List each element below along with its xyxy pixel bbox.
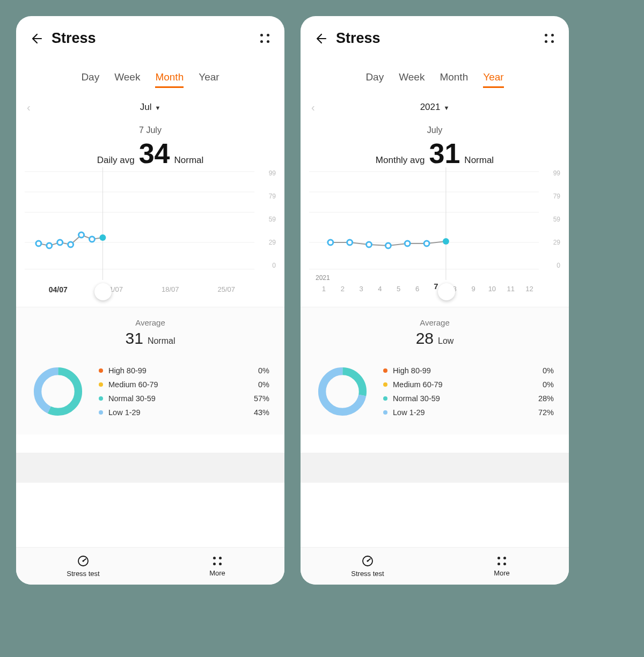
back-arrow-icon[interactable] xyxy=(29,32,43,46)
average-block: Average 28 Low xyxy=(301,307,569,355)
dot-icon xyxy=(383,410,387,415)
spacer xyxy=(16,453,284,483)
tab-month[interactable]: Month xyxy=(155,71,184,88)
header: Stress xyxy=(16,16,284,54)
dot-icon xyxy=(99,410,103,415)
tab-year[interactable]: Year xyxy=(483,71,503,88)
metric-value: 31 xyxy=(429,139,460,167)
legend-row-high: High 80-99 0% xyxy=(99,366,269,375)
tab-week[interactable]: Week xyxy=(114,71,140,88)
dot-icon xyxy=(99,396,103,401)
svg-point-9 xyxy=(68,242,74,247)
header: Stress xyxy=(301,16,569,54)
distribution-legend: High 80-99 0% Medium 60-79 0% Normal 30-… xyxy=(383,366,554,417)
selected-date: July xyxy=(301,126,569,135)
menu-icon[interactable] xyxy=(258,32,272,46)
svg-point-18 xyxy=(82,560,84,562)
gauge-icon xyxy=(361,555,374,567)
page-title: Stress xyxy=(52,30,258,47)
legend-row-medium: Medium 60-79 0% xyxy=(383,380,554,389)
legend-row-normal: Normal 30-59 28% xyxy=(383,394,554,403)
screen-month: Stress Day Week Month Year ‹ Jul▼ 7 July… xyxy=(16,16,284,585)
metric-status: Normal xyxy=(464,155,494,166)
svg-point-10 xyxy=(79,232,84,238)
page-title: Stress xyxy=(336,30,542,47)
legend-row-low: Low 1-29 43% xyxy=(99,408,269,417)
tab-week[interactable]: Week xyxy=(399,71,425,88)
svg-point-12 xyxy=(99,234,106,241)
average-value: 28 xyxy=(416,329,434,348)
more-icon xyxy=(496,555,508,567)
dot-icon xyxy=(99,382,103,387)
metric-value: 34 xyxy=(139,139,170,167)
screen-year: Stress Day Week Month Year ‹ 2021▼ July … xyxy=(301,16,569,585)
tab-day[interactable]: Day xyxy=(81,71,99,88)
headline-metric: Daily avg 34 Normal xyxy=(16,139,284,167)
period-selector[interactable]: 2021▼ xyxy=(420,102,450,113)
selected-date: 7 July xyxy=(16,126,284,135)
tab-month[interactable]: Month xyxy=(440,71,468,88)
svg-point-29 xyxy=(405,241,410,246)
distribution-block: High 80-99 0% Medium 60-79 0% Normal 30-… xyxy=(301,355,569,434)
average-label: Average xyxy=(16,318,284,327)
distribution-legend: High 80-99 0% Medium 60-79 0% Normal 30-… xyxy=(99,366,269,417)
period-selector-row: ‹ Jul▼ xyxy=(16,102,284,113)
headline-metric: Monthly avg 31 Normal xyxy=(301,139,569,167)
more-button[interactable]: More xyxy=(150,548,284,585)
svg-point-25 xyxy=(328,240,333,245)
dot-icon xyxy=(383,396,387,401)
chevron-left-icon[interactable]: ‹ xyxy=(311,101,315,114)
svg-point-26 xyxy=(347,240,353,245)
average-status: Normal xyxy=(148,336,175,346)
distribution-donut-icon xyxy=(316,365,369,418)
legend-row-high: High 80-99 0% xyxy=(383,366,554,375)
dot-icon xyxy=(99,368,103,373)
x-axis-labels: 2021 1 2 3 4 5 6 7 8 9 10 11 12 xyxy=(314,277,539,294)
stress-line-chart[interactable]: 99 79 59 29 0 2021 1 2 3 4 5 6 7 8 9 10 … xyxy=(309,167,560,307)
back-arrow-icon[interactable] xyxy=(313,32,327,46)
svg-point-8 xyxy=(57,240,63,245)
svg-point-31 xyxy=(443,238,449,245)
spacer xyxy=(301,483,569,547)
chevron-left-icon[interactable]: ‹ xyxy=(27,101,31,114)
average-label: Average xyxy=(301,318,569,327)
gauge-icon xyxy=(77,555,90,567)
range-tabs: Day Week Month Year xyxy=(301,71,569,88)
x-axis-labels: 04/07 11/07 18/07 25/07 xyxy=(30,285,254,294)
svg-point-11 xyxy=(89,237,94,242)
more-button[interactable]: More xyxy=(435,548,569,585)
distribution-block: High 80-99 0% Medium 60-79 0% Normal 30-… xyxy=(16,355,284,434)
period-selector[interactable]: Jul▼ xyxy=(140,102,161,113)
dot-icon xyxy=(383,382,387,387)
bottom-bar: Stress test More xyxy=(301,547,569,585)
metric-status: Normal xyxy=(174,155,203,166)
distribution-donut-icon xyxy=(31,365,85,418)
svg-point-28 xyxy=(385,243,391,248)
stress-line-chart[interactable]: 99 79 59 29 0 04/07 11/07 18/07 25/07 xyxy=(25,167,276,307)
tab-day[interactable]: Day xyxy=(365,71,384,88)
more-icon xyxy=(211,555,223,567)
chart-slider-thumb[interactable] xyxy=(438,283,455,300)
metric-label: Daily avg xyxy=(97,155,135,166)
svg-point-7 xyxy=(47,243,52,248)
spacer xyxy=(301,453,569,483)
period-selector-row: ‹ 2021▼ xyxy=(301,102,569,113)
chart-slider-thumb[interactable] xyxy=(94,283,112,300)
svg-point-37 xyxy=(367,560,368,562)
legend-row-low: Low 1-29 72% xyxy=(383,408,554,417)
average-value: 31 xyxy=(126,329,143,348)
legend-row-normal: Normal 30-59 57% xyxy=(99,394,269,403)
svg-point-30 xyxy=(424,241,429,246)
metric-label: Monthly avg xyxy=(376,155,425,166)
y-axis-labels: 99 79 59 29 0 xyxy=(544,167,560,269)
svg-point-27 xyxy=(367,242,372,247)
svg-point-6 xyxy=(36,241,41,246)
legend-row-medium: Medium 60-79 0% xyxy=(99,380,269,389)
menu-icon[interactable] xyxy=(542,32,556,46)
y-axis-labels: 99 79 59 29 0 xyxy=(260,167,276,269)
spacer xyxy=(16,483,284,547)
bottom-bar: Stress test More xyxy=(16,547,284,585)
tab-year[interactable]: Year xyxy=(199,71,219,88)
stress-test-button[interactable]: Stress test xyxy=(16,548,150,585)
stress-test-button[interactable]: Stress test xyxy=(301,548,435,585)
